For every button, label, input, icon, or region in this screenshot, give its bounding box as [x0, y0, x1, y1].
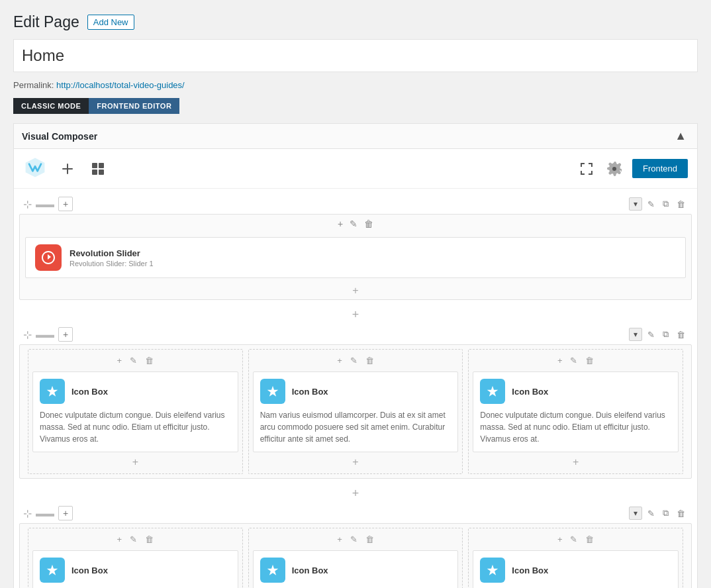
- frontend-editor-button[interactable]: FRONTEND EDITOR: [89, 98, 179, 114]
- row-3-drag-icon[interactable]: ⊹: [23, 507, 32, 520]
- add-element-button[interactable]: [58, 160, 77, 177]
- icon-box-3-1-icon: [40, 558, 65, 583]
- row-1-trash-btn[interactable]: 🗑: [363, 217, 375, 230]
- col-3-2-edit-btn[interactable]: ✎: [348, 534, 359, 545]
- row-2-delete-button[interactable]: 🗑: [674, 328, 688, 341]
- between-rows-add-btn-1[interactable]: +: [352, 308, 359, 322]
- revolution-slider-element: Revolution Slider Revolution Slider: Sli…: [25, 237, 686, 278]
- row-1-copy-button[interactable]: ⧉: [660, 197, 671, 211]
- icon-box-3-2-header: Icon Box: [260, 558, 451, 583]
- vc-panel: Visual Composer ▲: [13, 123, 698, 588]
- row-1-add-col-button[interactable]: +: [58, 197, 73, 211]
- svg-rect-4: [99, 163, 104, 168]
- icon-box-2-3-icon: [480, 379, 505, 404]
- col-3-1-edit-btn[interactable]: ✎: [128, 534, 139, 545]
- row-2-copy-button[interactable]: ⧉: [660, 328, 671, 341]
- col-2-2-bottom-add-btn[interactable]: +: [352, 456, 358, 468]
- fullscreen-button[interactable]: [577, 160, 596, 177]
- row-1-dropdown-button[interactable]: ▾: [629, 197, 642, 211]
- col-2-3-add-btn[interactable]: +: [555, 355, 565, 366]
- vc-logo: [23, 156, 47, 181]
- icon-box-3-2-icon: [260, 558, 285, 583]
- col-2-3-trash-btn[interactable]: 🗑: [583, 355, 596, 366]
- vc-row-2-controls: ⊹ ▬▬ + ▾ ✎ ⧉ 🗑: [19, 324, 692, 344]
- row-1-delete-button[interactable]: 🗑: [674, 198, 688, 211]
- vc-row-2-wrapper: ⊹ ▬▬ + ▾ ✎ ⧉ 🗑 +: [19, 324, 692, 479]
- icon-box-3-3: Icon Box Nam varius euismod ullamcorper.…: [473, 550, 679, 588]
- col-2-3-add-bar: + ✎ 🗑: [473, 354, 679, 369]
- col-3-1-add-btn[interactable]: +: [115, 534, 124, 545]
- row-3-delete-button[interactable]: 🗑: [674, 507, 688, 520]
- row-2-edit-button[interactable]: ✎: [645, 328, 657, 341]
- vc-toolbar: Frontend: [14, 149, 697, 189]
- vc-row-3-col-2: + ✎ 🗑 Icon Box: [248, 528, 463, 588]
- col-3-1-add-bar: + ✎ 🗑: [32, 532, 238, 548]
- permalink-url[interactable]: http://localhost/total-video-guides/: [56, 80, 185, 90]
- icon-box-2-1-icon: [40, 379, 65, 404]
- page-header: Edit Page Add New: [13, 7, 698, 39]
- row-2-add-col-button[interactable]: +: [58, 327, 73, 342]
- col-3-1-trash-btn[interactable]: 🗑: [143, 534, 156, 545]
- col-3-3-add-bar: + ✎ 🗑: [473, 532, 679, 548]
- col-2-1-add-bar: + ✎ 🗑: [32, 354, 238, 369]
- svg-rect-2: [62, 168, 73, 170]
- icon-box-3-3-icon: [480, 558, 505, 583]
- col-3-3-edit-btn[interactable]: ✎: [568, 534, 579, 545]
- row-1-edit-button[interactable]: ✎: [645, 198, 657, 211]
- icon-box-3-2: Icon Box Donec vulputate dictum congue. …: [253, 550, 459, 588]
- revolution-slider-icon: [35, 244, 62, 271]
- vc-row-2-col-1: + ✎ 🗑 Icon Box: [28, 349, 243, 474]
- row-2-dropdown-button[interactable]: ▾: [629, 328, 642, 341]
- vc-collapse-button[interactable]: ▲: [672, 129, 689, 143]
- revolution-slider-name: Revolution Slider: [70, 248, 676, 258]
- vc-row-3: + ✎ 🗑 Icon Box: [19, 523, 692, 588]
- col-2-1-bottom-add-btn[interactable]: +: [132, 456, 138, 468]
- grid-view-button[interactable]: [88, 160, 108, 177]
- col-2-1-add-btn[interactable]: +: [115, 355, 124, 366]
- vc-content: ⊹ ▬▬ + ▾ ✎ ⧉ 🗑 + ✎ 🗑: [14, 189, 697, 588]
- title-section: [13, 39, 698, 72]
- icon-box-2-2-icon: [260, 379, 285, 404]
- icon-box-3-1-header: Icon Box: [40, 558, 231, 583]
- col-3-2-add-btn[interactable]: +: [335, 534, 344, 545]
- col-2-3-bottom-add-btn[interactable]: +: [573, 456, 579, 468]
- between-rows-add-1: +: [19, 305, 692, 324]
- row-1-drag-icon[interactable]: ⊹: [23, 198, 32, 211]
- vc-row-2-columns: + ✎ 🗑 Icon Box: [20, 345, 691, 478]
- col-2-1-edit-btn[interactable]: ✎: [128, 355, 139, 366]
- row-2-controls-right: ▾ ✎ ⧉ 🗑: [629, 328, 688, 341]
- svg-rect-6: [99, 170, 104, 175]
- row-3-dropdown-button[interactable]: ▾: [629, 507, 642, 520]
- col-3-3-trash-btn[interactable]: 🗑: [583, 534, 596, 545]
- row-3-add-col-button[interactable]: +: [58, 506, 73, 520]
- between-rows-add-btn-2[interactable]: +: [352, 487, 359, 501]
- row-3-edit-button[interactable]: ✎: [645, 507, 657, 520]
- vc-title: Visual Composer: [22, 131, 97, 142]
- row-3-copy-button[interactable]: ⧉: [660, 507, 671, 520]
- vc-toolbar-right: Frontend: [577, 159, 688, 178]
- page-title-input[interactable]: [22, 46, 689, 65]
- classic-mode-button[interactable]: CLASSIC MODE: [13, 98, 89, 114]
- col-2-2-trash-btn[interactable]: 🗑: [363, 355, 376, 366]
- icon-box-2-2-title: Icon Box: [292, 387, 328, 397]
- col-2-1-trash-btn[interactable]: 🗑: [143, 355, 156, 366]
- col-3-2-trash-btn[interactable]: 🗑: [363, 534, 376, 545]
- vc-row-1-wrapper: ⊹ ▬▬ + ▾ ✎ ⧉ 🗑 + ✎ 🗑: [19, 194, 692, 300]
- col-3-3-add-btn[interactable]: +: [555, 534, 565, 545]
- row-1-edit-btn[interactable]: ✎: [348, 217, 359, 230]
- col-3-2-add-bar: + ✎ 🗑: [253, 532, 459, 548]
- icon-box-2-1-text: Donec vulputate dictum congue. Duis elei…: [40, 409, 231, 445]
- frontend-button[interactable]: Frontend: [632, 159, 688, 178]
- settings-button[interactable]: [604, 160, 624, 177]
- row-1-bottom-add-btn[interactable]: +: [352, 285, 358, 297]
- icon-box-3-3-title: Icon Box: [512, 565, 548, 575]
- row-2-drag-icon[interactable]: ⊹: [23, 328, 32, 341]
- col-2-2-edit-btn[interactable]: ✎: [348, 355, 359, 366]
- row-3-controls-right: ▾ ✎ ⧉ 🗑: [629, 507, 688, 520]
- add-new-button[interactable]: Add New: [87, 15, 134, 30]
- row-1-add-btn[interactable]: +: [336, 217, 344, 230]
- vc-row-1-controls: ⊹ ▬▬ + ▾ ✎ ⧉ 🗑: [19, 194, 692, 214]
- col-2-3-edit-btn[interactable]: ✎: [568, 355, 579, 366]
- icon-box-2-1-title: Icon Box: [71, 387, 108, 397]
- col-2-2-add-btn[interactable]: +: [335, 355, 344, 366]
